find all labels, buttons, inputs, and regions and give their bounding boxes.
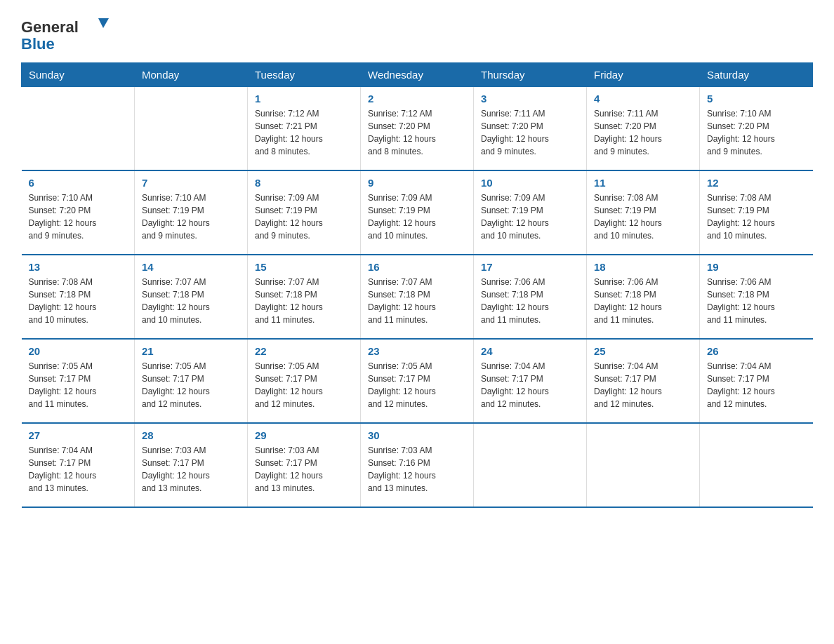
day-number: 30 — [368, 429, 466, 441]
day-number: 22 — [255, 345, 353, 357]
day-info: Sunrise: 7:05 AMSunset: 7:17 PMDaylight:… — [255, 360, 353, 410]
calendar-cell: 22Sunrise: 7:05 AMSunset: 7:17 PMDayligh… — [248, 339, 361, 423]
day-info: Sunrise: 7:05 AMSunset: 7:17 PMDaylight:… — [29, 360, 128, 410]
calendar-cell: 11Sunrise: 7:08 AMSunset: 7:19 PMDayligh… — [587, 170, 700, 255]
day-info: Sunrise: 7:08 AMSunset: 7:19 PMDaylight:… — [594, 192, 692, 242]
calendar-cell: 23Sunrise: 7:05 AMSunset: 7:17 PMDayligh… — [361, 339, 474, 423]
day-number: 7 — [142, 177, 240, 189]
calendar-cell: 27Sunrise: 7:04 AMSunset: 7:17 PMDayligh… — [22, 423, 135, 507]
day-number: 23 — [368, 345, 466, 357]
calendar-week-4: 20Sunrise: 7:05 AMSunset: 7:17 PMDayligh… — [22, 339, 813, 423]
calendar-cell: 30Sunrise: 7:03 AMSunset: 7:16 PMDayligh… — [361, 423, 474, 507]
day-info: Sunrise: 7:07 AMSunset: 7:18 PMDaylight:… — [142, 276, 240, 326]
day-number: 15 — [255, 261, 353, 273]
calendar-cell: 1Sunrise: 7:12 AMSunset: 7:21 PMDaylight… — [248, 86, 361, 170]
calendar-cell: 14Sunrise: 7:07 AMSunset: 7:18 PMDayligh… — [135, 255, 248, 339]
weekday-header-saturday: Saturday — [700, 62, 813, 86]
day-info: Sunrise: 7:06 AMSunset: 7:18 PMDaylight:… — [594, 276, 692, 326]
day-info: Sunrise: 7:03 AMSunset: 7:16 PMDaylight:… — [368, 444, 466, 495]
day-info: Sunrise: 7:09 AMSunset: 7:19 PMDaylight:… — [368, 192, 466, 242]
day-info: Sunrise: 7:04 AMSunset: 7:17 PMDaylight:… — [481, 360, 579, 410]
calendar-cell: 5Sunrise: 7:10 AMSunset: 7:20 PMDaylight… — [700, 86, 813, 170]
day-number: 3 — [481, 93, 579, 105]
day-number: 24 — [481, 345, 579, 357]
weekday-header-row: SundayMondayTuesdayWednesdayThursdayFrid… — [22, 62, 813, 86]
calendar-week-5: 27Sunrise: 7:04 AMSunset: 7:17 PMDayligh… — [22, 423, 813, 507]
day-info: Sunrise: 7:06 AMSunset: 7:18 PMDaylight:… — [707, 276, 806, 326]
day-number: 11 — [594, 177, 692, 189]
calendar-cell — [587, 423, 700, 507]
day-number: 6 — [29, 177, 128, 189]
day-info: Sunrise: 7:10 AMSunset: 7:20 PMDaylight:… — [707, 107, 806, 158]
calendar-cell: 8Sunrise: 7:09 AMSunset: 7:19 PMDaylight… — [248, 170, 361, 255]
weekday-header-sunday: Sunday — [22, 62, 135, 86]
day-info: Sunrise: 7:04 AMSunset: 7:17 PMDaylight:… — [707, 360, 806, 410]
calendar-cell: 4Sunrise: 7:11 AMSunset: 7:20 PMDaylight… — [587, 86, 700, 170]
day-info: Sunrise: 7:08 AMSunset: 7:18 PMDaylight:… — [29, 276, 128, 326]
calendar-cell: 26Sunrise: 7:04 AMSunset: 7:17 PMDayligh… — [700, 339, 813, 423]
day-info: Sunrise: 7:05 AMSunset: 7:17 PMDaylight:… — [142, 360, 240, 410]
calendar-week-1: 1Sunrise: 7:12 AMSunset: 7:21 PMDaylight… — [22, 86, 813, 170]
day-number: 17 — [481, 261, 579, 273]
calendar-cell: 29Sunrise: 7:03 AMSunset: 7:17 PMDayligh… — [248, 423, 361, 507]
day-info: Sunrise: 7:06 AMSunset: 7:18 PMDaylight:… — [481, 276, 579, 326]
calendar-cell — [22, 86, 135, 170]
day-info: Sunrise: 7:03 AMSunset: 7:17 PMDaylight:… — [255, 444, 353, 495]
calendar-cell: 24Sunrise: 7:04 AMSunset: 7:17 PMDayligh… — [474, 339, 587, 423]
day-number: 8 — [255, 177, 353, 189]
calendar-cell: 2Sunrise: 7:12 AMSunset: 7:20 PMDaylight… — [361, 86, 474, 170]
calendar-cell: 10Sunrise: 7:09 AMSunset: 7:19 PMDayligh… — [474, 170, 587, 255]
calendar-cell: 7Sunrise: 7:10 AMSunset: 7:19 PMDaylight… — [135, 170, 248, 255]
calendar-table: SundayMondayTuesdayWednesdayThursdayFrid… — [21, 62, 813, 509]
day-number: 1 — [255, 93, 353, 105]
calendar-cell: 12Sunrise: 7:08 AMSunset: 7:19 PMDayligh… — [700, 170, 813, 255]
day-number: 21 — [142, 345, 240, 357]
day-info: Sunrise: 7:04 AMSunset: 7:17 PMDaylight:… — [594, 360, 692, 410]
day-info: Sunrise: 7:11 AMSunset: 7:20 PMDaylight:… — [481, 107, 579, 158]
day-info: Sunrise: 7:05 AMSunset: 7:17 PMDaylight:… — [368, 360, 466, 410]
day-number: 18 — [594, 261, 692, 273]
day-info: Sunrise: 7:09 AMSunset: 7:19 PMDaylight:… — [481, 192, 579, 242]
calendar-cell: 17Sunrise: 7:06 AMSunset: 7:18 PMDayligh… — [474, 255, 587, 339]
calendar-week-3: 13Sunrise: 7:08 AMSunset: 7:18 PMDayligh… — [22, 255, 813, 339]
calendar-cell: 18Sunrise: 7:06 AMSunset: 7:18 PMDayligh… — [587, 255, 700, 339]
calendar-cell — [700, 423, 813, 507]
calendar-cell: 6Sunrise: 7:10 AMSunset: 7:20 PMDaylight… — [22, 170, 135, 255]
calendar-cell — [474, 423, 587, 507]
day-number: 20 — [29, 345, 128, 357]
day-info: Sunrise: 7:09 AMSunset: 7:19 PMDaylight:… — [255, 192, 353, 242]
weekday-header-wednesday: Wednesday — [361, 62, 474, 86]
page-header: General Blue — [21, 14, 813, 55]
calendar-cell: 15Sunrise: 7:07 AMSunset: 7:18 PMDayligh… — [248, 255, 361, 339]
calendar-cell: 9Sunrise: 7:09 AMSunset: 7:19 PMDaylight… — [361, 170, 474, 255]
calendar-cell: 21Sunrise: 7:05 AMSunset: 7:17 PMDayligh… — [135, 339, 248, 423]
day-number: 26 — [707, 345, 806, 357]
day-number: 28 — [142, 429, 240, 441]
day-number: 25 — [594, 345, 692, 357]
calendar-cell: 13Sunrise: 7:08 AMSunset: 7:18 PMDayligh… — [22, 255, 135, 339]
day-number: 12 — [707, 177, 806, 189]
calendar-cell: 20Sunrise: 7:05 AMSunset: 7:17 PMDayligh… — [22, 339, 135, 423]
day-number: 27 — [29, 429, 128, 441]
day-number: 14 — [142, 261, 240, 273]
calendar-cell: 28Sunrise: 7:03 AMSunset: 7:17 PMDayligh… — [135, 423, 248, 507]
day-info: Sunrise: 7:04 AMSunset: 7:17 PMDaylight:… — [29, 444, 128, 495]
day-info: Sunrise: 7:08 AMSunset: 7:19 PMDaylight:… — [707, 192, 806, 242]
day-number: 13 — [29, 261, 128, 273]
day-number: 16 — [368, 261, 466, 273]
weekday-header-thursday: Thursday — [474, 62, 587, 86]
weekday-header-monday: Monday — [135, 62, 248, 86]
logo-container: General Blue — [21, 14, 112, 55]
calendar-cell: 3Sunrise: 7:11 AMSunset: 7:20 PMDaylight… — [474, 86, 587, 170]
weekday-header-friday: Friday — [587, 62, 700, 86]
logo: General Blue — [21, 14, 112, 55]
calendar-cell — [135, 86, 248, 170]
day-info: Sunrise: 7:12 AMSunset: 7:21 PMDaylight:… — [255, 107, 353, 158]
calendar-cell: 19Sunrise: 7:06 AMSunset: 7:18 PMDayligh… — [700, 255, 813, 339]
day-number: 9 — [368, 177, 466, 189]
day-number: 19 — [707, 261, 806, 273]
day-info: Sunrise: 7:03 AMSunset: 7:17 PMDaylight:… — [142, 444, 240, 495]
day-number: 5 — [707, 93, 806, 105]
day-number: 29 — [255, 429, 353, 441]
calendar-week-2: 6Sunrise: 7:10 AMSunset: 7:20 PMDaylight… — [22, 170, 813, 255]
